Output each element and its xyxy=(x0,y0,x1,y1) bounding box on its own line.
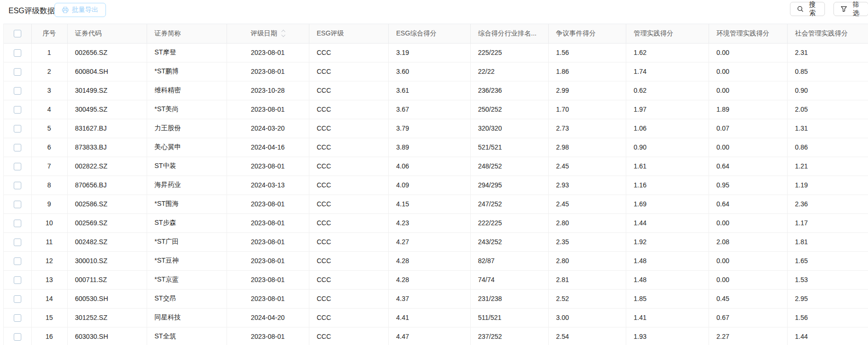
cell: 2023-10-28 xyxy=(227,81,309,100)
cell: 2.81 xyxy=(548,270,626,289)
cell: 1.65 xyxy=(787,251,868,270)
column-header-3[interactable]: 评级日期 xyxy=(227,24,309,43)
row-checkbox-cell xyxy=(4,138,31,157)
column-header-label: 序号 xyxy=(43,29,56,37)
cell: *ST美尚 xyxy=(147,100,227,119)
cell: ST步森 xyxy=(147,213,227,232)
cell: CCC xyxy=(309,176,388,195)
row-checkbox[interactable] xyxy=(14,163,21,170)
row-checkbox[interactable] xyxy=(14,220,21,227)
cell: 1.97 xyxy=(626,100,709,119)
cell: 0.00 xyxy=(709,270,787,289)
row-checkbox-cell xyxy=(4,176,31,195)
table-row: 9002586.SZ*ST围海2023-08-01CCC4.15247/2522… xyxy=(4,195,868,213)
table-row: 14600530.SHST交昂2023-08-01CCC4.37231/2382… xyxy=(4,289,868,308)
cell: CCC xyxy=(309,43,388,62)
row-checkbox[interactable] xyxy=(14,144,21,151)
batch-export-button[interactable]: 批量导出 xyxy=(54,3,106,17)
filter-label: 筛选 xyxy=(850,0,861,18)
row-checkbox[interactable] xyxy=(14,87,21,95)
cell: 0.85 xyxy=(787,62,868,81)
cell: 2023-08-01 xyxy=(227,43,309,62)
row-checkbox-cell xyxy=(4,327,31,345)
column-header-6: 综合得分行业排名... xyxy=(470,24,548,43)
table-body: 1002656.SZST摩登2023-08-01CCC3.19225/2251.… xyxy=(4,43,868,345)
cell: 2.98 xyxy=(548,138,626,157)
cell: CCC xyxy=(309,270,388,289)
select-all-checkbox[interactable] xyxy=(14,30,21,37)
row-checkbox[interactable] xyxy=(14,49,21,57)
cell: 2023-08-01 xyxy=(227,100,309,119)
cell: 2.95 xyxy=(787,289,868,308)
column-header-label: 证券简称 xyxy=(155,29,181,37)
cell: 2.52 xyxy=(548,289,626,308)
cell: 3 xyxy=(31,81,67,100)
cell: 248/252 xyxy=(470,157,548,176)
batch-export-label: 批量导出 xyxy=(72,6,98,14)
table-row: 2600804.SH*ST鹏博2023-08-01CCC3.6022/221.8… xyxy=(4,62,868,81)
row-checkbox-cell xyxy=(4,119,31,138)
column-header-label: 环境管理实践得分 xyxy=(717,29,770,37)
table-row: 1002656.SZST摩登2023-08-01CCC3.19225/2251.… xyxy=(4,43,868,62)
cell: 511/521 xyxy=(470,308,548,327)
row-checkbox[interactable] xyxy=(14,106,21,114)
cell: 0.00 xyxy=(709,138,787,157)
cell: 2.93 xyxy=(548,176,626,195)
row-checkbox-cell xyxy=(4,62,31,81)
cell: 4.15 xyxy=(388,195,470,213)
cell: 2023-08-01 xyxy=(227,213,309,232)
table-row: 15301252.SZ同星科技2024-04-20CCC4.41511/5213… xyxy=(4,308,868,327)
cell: 2023-08-01 xyxy=(227,195,309,213)
esg-data-table: 序号证券代码证券简称评级日期ESG评级ESG综合得分综合得分行业排名...争议事… xyxy=(3,24,868,345)
cell: CCC xyxy=(309,81,388,100)
row-checkbox[interactable] xyxy=(14,239,21,246)
cell: 2.05 xyxy=(787,100,868,119)
cell: *ST鹏博 xyxy=(147,62,227,81)
cell: 维科精密 xyxy=(147,81,227,100)
row-checkbox[interactable] xyxy=(14,182,21,189)
cell: 000711.SZ xyxy=(67,270,147,289)
row-checkbox[interactable] xyxy=(14,314,21,322)
data-table: 序号证券代码证券简称评级日期ESG评级ESG综合得分综合得分行业排名...争议事… xyxy=(4,24,868,345)
row-checkbox-cell xyxy=(4,195,31,213)
search-icon xyxy=(797,6,804,12)
row-checkbox[interactable] xyxy=(14,201,21,208)
sort-icon[interactable] xyxy=(282,30,285,36)
cell: 2.36 xyxy=(787,195,868,213)
cell: 521/521 xyxy=(470,138,548,157)
row-checkbox[interactable] xyxy=(14,125,21,133)
cell: 1.31 xyxy=(787,119,868,138)
search-button[interactable]: 搜索 xyxy=(790,2,825,16)
row-checkbox[interactable] xyxy=(14,68,21,76)
row-checkbox-cell xyxy=(4,251,31,270)
cell: 16 xyxy=(31,327,67,345)
cell: 0.64 xyxy=(709,157,787,176)
column-header-9: 环境管理实践得分 xyxy=(709,24,787,43)
cell: 1.70 xyxy=(548,100,626,119)
row-checkbox[interactable] xyxy=(14,276,21,284)
cell: 231/238 xyxy=(470,289,548,308)
cell: 1.81 xyxy=(787,232,868,251)
cell: CCC xyxy=(309,289,388,308)
filter-button[interactable]: 筛选 xyxy=(833,2,868,16)
cell: 0.67 xyxy=(709,308,787,327)
cell: 002656.SZ xyxy=(67,43,147,62)
cell: 225/225 xyxy=(470,43,548,62)
cell: *ST广田 xyxy=(147,232,227,251)
cell: 3.79 xyxy=(388,119,470,138)
cell: CCC xyxy=(309,232,388,251)
cell: 831627.BJ xyxy=(67,119,147,138)
table-row: 11002482.SZ*ST广田2023-08-01CCC4.27243/252… xyxy=(4,232,868,251)
row-checkbox-cell xyxy=(4,270,31,289)
row-checkbox[interactable] xyxy=(14,257,21,265)
cell: 2.08 xyxy=(709,232,787,251)
cell: 1.21 xyxy=(787,157,868,176)
cell: 247/252 xyxy=(470,195,548,213)
column-header-label: 综合得分行业排名... xyxy=(478,29,537,37)
row-checkbox[interactable] xyxy=(14,295,21,303)
cell: 320/320 xyxy=(470,119,548,138)
cell: 294/295 xyxy=(470,176,548,195)
row-checkbox[interactable] xyxy=(14,333,21,341)
cell: 2023-08-01 xyxy=(227,289,309,308)
cell: 0.90 xyxy=(626,138,709,157)
